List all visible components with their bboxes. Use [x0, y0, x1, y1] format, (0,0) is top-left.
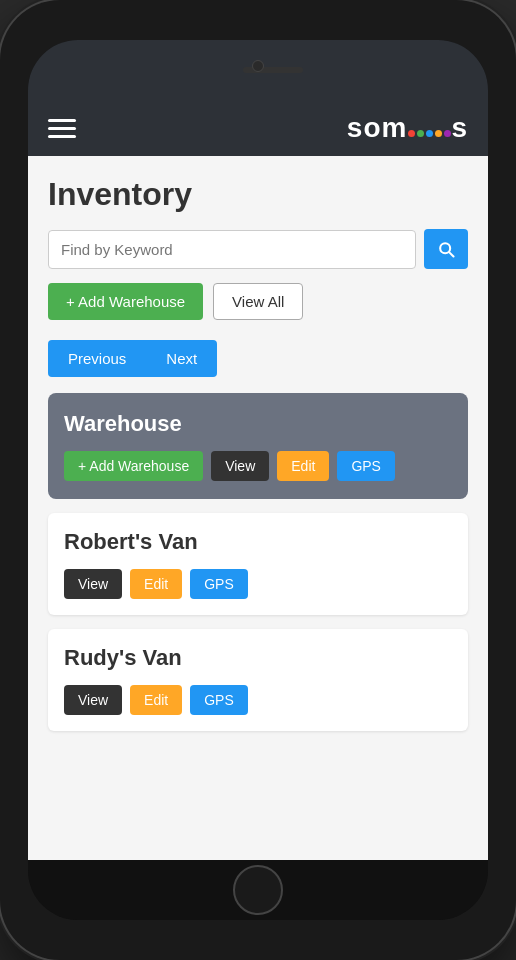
logo-dot-green: [417, 130, 424, 137]
menu-line-3: [48, 135, 76, 138]
rudys-van-title: Rudy's Van: [64, 645, 452, 671]
logo-dot-red: [408, 130, 415, 137]
add-warehouse-button[interactable]: + Add Warehouse: [48, 283, 203, 320]
logo-dot-orange: [435, 130, 442, 137]
warehouse-card: Warehouse + Add Warehouse View Edit GPS: [48, 393, 468, 499]
roberts-van-card: Robert's Van View Edit GPS: [48, 513, 468, 615]
warehouse-view-button[interactable]: View: [211, 451, 269, 481]
view-all-button[interactable]: View All: [213, 283, 303, 320]
logo-dots: [408, 130, 451, 137]
roberts-van-view-button[interactable]: View: [64, 569, 122, 599]
menu-line-2: [48, 127, 76, 130]
status-bar: [28, 40, 488, 100]
search-row: [48, 229, 468, 269]
home-button[interactable]: [233, 865, 283, 915]
rudys-van-buttons: View Edit GPS: [64, 685, 452, 715]
home-button-area: [28, 860, 488, 920]
next-button[interactable]: Next: [146, 340, 217, 377]
previous-button[interactable]: Previous: [48, 340, 146, 377]
pagination-row: Previous Next: [48, 340, 468, 377]
rudys-van-view-button[interactable]: View: [64, 685, 122, 715]
rudys-van-gps-button[interactable]: GPS: [190, 685, 248, 715]
nav-bar: som s: [28, 100, 488, 156]
warehouse-card-buttons: + Add Warehouse View Edit GPS: [64, 451, 452, 481]
rudys-van-card: Rudy's Van View Edit GPS: [48, 629, 468, 731]
warehouse-card-title: Warehouse: [64, 411, 452, 437]
logo-text-s: s: [451, 112, 468, 143]
search-input[interactable]: [48, 230, 416, 269]
phone-screen: som s Inventory: [28, 40, 488, 920]
search-icon: [436, 239, 456, 259]
roberts-van-title: Robert's Van: [64, 529, 452, 555]
action-row: + Add Warehouse View All: [48, 283, 468, 320]
page-title: Inventory: [48, 176, 468, 213]
search-button[interactable]: [424, 229, 468, 269]
logo: som s: [347, 112, 468, 144]
roberts-van-edit-button[interactable]: Edit: [130, 569, 182, 599]
warehouse-add-button[interactable]: + Add Warehouse: [64, 451, 203, 481]
rudys-van-edit-button[interactable]: Edit: [130, 685, 182, 715]
roberts-van-gps-button[interactable]: GPS: [190, 569, 248, 599]
logo-dot-blue: [426, 130, 433, 137]
phone-frame: som s Inventory: [0, 0, 516, 960]
warehouse-edit-button[interactable]: Edit: [277, 451, 329, 481]
menu-button[interactable]: [48, 119, 76, 138]
content-area: Inventory + Add Warehouse View All Previ…: [28, 156, 488, 860]
menu-line-1: [48, 119, 76, 122]
roberts-van-buttons: View Edit GPS: [64, 569, 452, 599]
warehouse-gps-button[interactable]: GPS: [337, 451, 395, 481]
logo-text: som: [347, 112, 408, 143]
camera: [252, 60, 264, 72]
